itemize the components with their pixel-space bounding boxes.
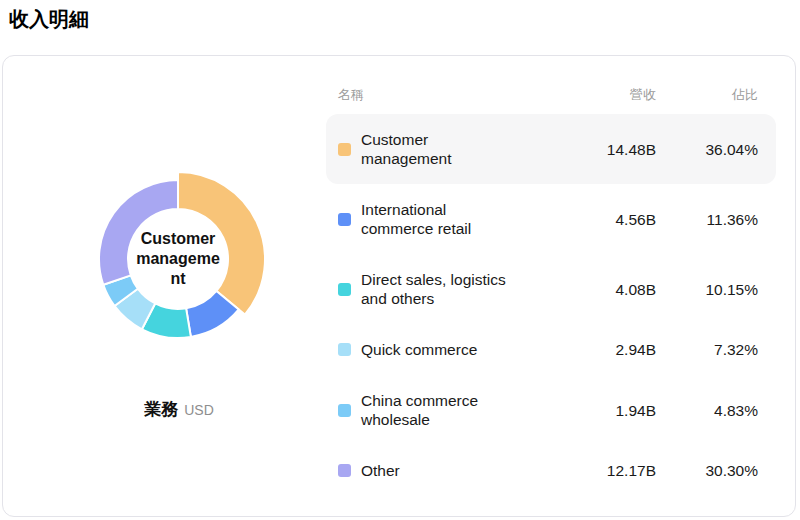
revenue-breakdown-card: Customer management 業務USD 名稱 營收 佔比 Custo… <box>2 55 796 517</box>
series-share-value: 30.30% <box>656 461 758 480</box>
series-color-swatch <box>338 464 351 477</box>
series-name: Quick commerce <box>361 340 477 359</box>
series-share-value: 4.83% <box>656 401 758 420</box>
header-revenue: 營收 <box>556 86 656 104</box>
series-share-value: 7.32% <box>656 340 758 359</box>
series-name: Other <box>361 461 400 480</box>
row-name-cell: Customer management <box>338 130 556 168</box>
donut-chart-zone: Customer management 業務USD <box>3 56 355 516</box>
series-share-value: 36.04% <box>656 140 758 159</box>
row-name-cell: Other <box>338 461 556 480</box>
page-title: 收入明細 <box>9 6 89 33</box>
series-color-swatch <box>338 143 351 156</box>
series-revenue-value: 14.48B <box>556 140 656 159</box>
dimension-name: 業務 <box>144 400 178 419</box>
series-share-value: 11.36% <box>656 210 758 229</box>
table-header-row: 名稱 營收 佔比 <box>326 86 776 104</box>
series-name: Customer management <box>361 130 519 168</box>
table-row[interactable]: Quick commerce2.94B7.32% <box>326 324 776 375</box>
row-name-cell: China commerce wholesale <box>338 391 556 429</box>
series-name: China commerce wholesale <box>361 391 519 429</box>
series-revenue-value: 1.94B <box>556 401 656 420</box>
row-name-cell: International commerce retail <box>338 200 556 238</box>
series-color-swatch <box>338 213 351 226</box>
series-color-swatch <box>338 283 351 296</box>
series-share-value: 10.15% <box>656 280 758 299</box>
row-name-cell: Quick commerce <box>338 340 556 359</box>
table-row[interactable]: Customer management14.48B36.04% <box>326 114 776 184</box>
series-color-swatch <box>338 404 351 417</box>
table-row[interactable]: Direct sales, logistics and others4.08B1… <box>326 254 776 324</box>
row-name-cell: Direct sales, logistics and others <box>338 270 556 308</box>
header-share: 佔比 <box>656 86 758 104</box>
dimension-label: 業務USD <box>3 398 355 421</box>
series-color-swatch <box>338 343 351 356</box>
currency-unit-label: USD <box>184 402 214 418</box>
table-row[interactable]: China commerce wholesale1.94B4.83% <box>326 375 776 445</box>
series-revenue-value: 4.56B <box>556 210 656 229</box>
table-body: Customer management14.48B36.04%Internati… <box>326 114 776 496</box>
donut-center-label: Customer management <box>132 229 224 289</box>
series-revenue-value: 2.94B <box>556 340 656 359</box>
series-revenue-value: 12.17B <box>556 461 656 480</box>
series-name: Direct sales, logistics and others <box>361 270 519 308</box>
legend-table: 名稱 營收 佔比 Customer management14.48B36.04%… <box>326 86 776 496</box>
table-row[interactable]: Other12.17B30.30% <box>326 445 776 496</box>
series-name: International commerce retail <box>361 200 519 238</box>
header-name: 名稱 <box>338 86 556 104</box>
series-revenue-value: 4.08B <box>556 280 656 299</box>
table-row[interactable]: International commerce retail4.56B11.36% <box>326 184 776 254</box>
